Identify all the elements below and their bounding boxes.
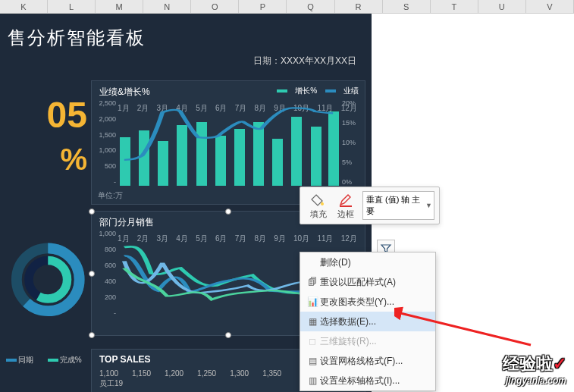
select-data-icon: ▦ xyxy=(305,316,320,327)
chart2-title: 部门分月销售 xyxy=(99,217,154,227)
menu-change-chart-type[interactable]: 📊 更改图表类型(Y)... xyxy=(300,292,435,312)
paint-bucket-icon xyxy=(309,192,328,209)
top-sales-row-label: 员工19 xyxy=(99,378,123,389)
menu-axis-format[interactable]: ▥ 设置坐标轴格式(I)... xyxy=(300,371,435,390)
kpi-number: 05 xyxy=(0,97,87,133)
gridline-icon: ▤ xyxy=(305,356,320,366)
kpi-percent: % xyxy=(0,133,87,177)
pen-icon xyxy=(337,192,355,209)
menu-3d-rotate: ◻ 三维旋转(R)... xyxy=(300,331,435,351)
chart1-legend: 增长% 业绩 xyxy=(271,86,359,96)
watermark: 经验啦✓ jingyanla.com xyxy=(503,353,566,386)
chart-type-icon: 📊 xyxy=(305,296,320,307)
chart1-plot xyxy=(118,99,342,186)
menu-reset-style[interactable]: 🗐 重设以匹配样式(A) xyxy=(300,272,435,292)
chart1-unit: 单位:万 xyxy=(98,190,123,201)
selection-handle[interactable] xyxy=(89,332,95,338)
dashboard-title: 售分析智能看板 xyxy=(0,21,364,55)
spreadsheet-col-headers: KLM NOP QRS TUV xyxy=(0,0,574,14)
chart-element-combo[interactable]: 垂直 (值) 轴 主要 ▼ xyxy=(362,191,434,220)
chart1-yaxis2: 20%15%10% 5%0% xyxy=(342,99,362,186)
fill-button[interactable]: 填充 xyxy=(305,190,332,221)
border-button[interactable]: 边框 xyxy=(332,190,359,221)
svg-rect-4 xyxy=(340,205,352,207)
axis-icon: ▥ xyxy=(305,375,320,386)
kpi-block: 05 % xyxy=(0,97,87,177)
selection-handle[interactable] xyxy=(225,209,231,215)
donut-chart-icon xyxy=(0,218,87,332)
menu-select-data[interactable]: ▦ 选择数据(E)... xyxy=(300,312,435,331)
chevron-down-icon: ▼ xyxy=(425,202,432,209)
selection-handle[interactable] xyxy=(89,271,95,277)
reset-style-icon: 🗐 xyxy=(305,277,320,287)
dashboard-date: 日期：XXXX年XX月XX日 xyxy=(0,55,364,67)
chart2-yaxis: 1,000800600 400200- xyxy=(96,230,116,317)
menu-delete[interactable]: 删除(D) xyxy=(300,252,435,272)
mini-toolbar: 填充 边框 垂直 (值) 轴 主要 ▼ xyxy=(300,187,440,224)
chart1-yaxis: 2,5002,0001,500 1,000500- xyxy=(96,99,116,186)
chart1-title: 业绩&增长% xyxy=(99,86,150,97)
rotate-3d-icon: ◻ xyxy=(305,336,320,347)
chart-context-menu: 删除(D) 🗐 重设以匹配样式(A) 📊 更改图表类型(Y)... ▦ 选择数据… xyxy=(300,252,436,391)
menu-gridline-format[interactable]: ▤ 设置网格线格式(F)... xyxy=(300,351,435,371)
selection-handle[interactable] xyxy=(225,332,231,338)
selection-handle[interactable] xyxy=(89,209,95,215)
bottom-legend: 同期 完成% xyxy=(6,355,94,365)
